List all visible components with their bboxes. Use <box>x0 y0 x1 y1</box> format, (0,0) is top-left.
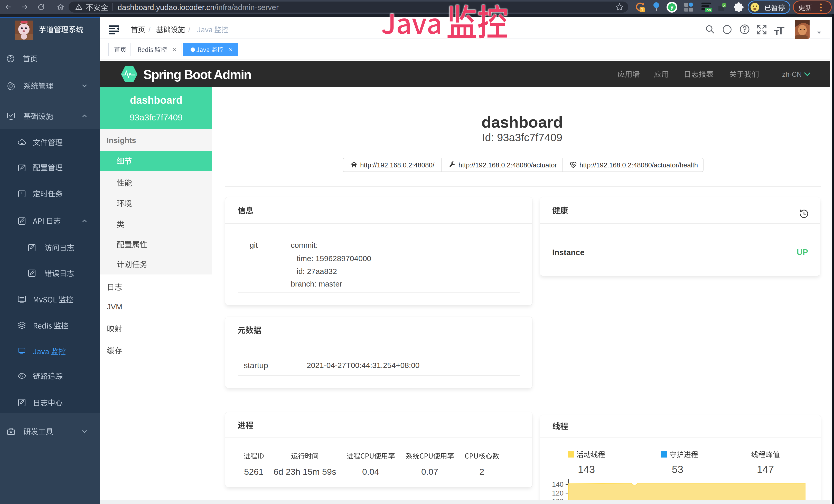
svg-text:1: 1 <box>641 8 643 12</box>
svg-text:y: y <box>671 4 674 10</box>
svg-text:on: on <box>706 8 711 12</box>
svg-text:140: 140 <box>552 481 564 488</box>
svg-text:120: 120 <box>552 489 564 497</box>
